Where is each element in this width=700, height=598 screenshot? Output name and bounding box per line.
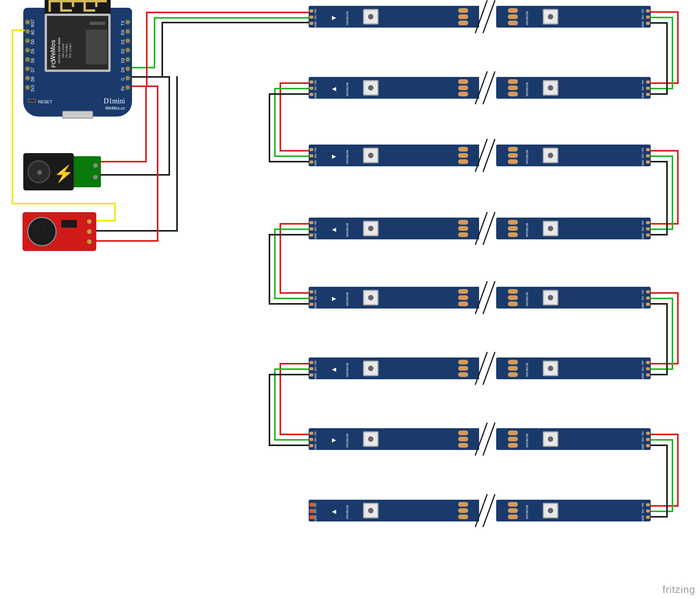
led-strip-7: WS2812BWS2812B+5V+5VDinDOGNDGND▶ [0,428,668,450]
wire-gnd-link-3 [269,234,270,305]
wire-5v-link-6 [651,434,677,435]
wire-gnd-link-4 [651,374,666,375]
led-strip-6: WS2812BWS2812B+5V+5VDODinGNDGND◀ [0,357,668,379]
wire-data-link-4 [672,298,673,370]
pin-d0: D0 [31,38,35,46]
mic-pin-vcc [87,239,92,244]
reset-button [28,99,36,103]
wire-data-link-1 [274,88,276,157]
wire-data-link-0 [672,17,673,89]
strip-type-label: WS2812B [525,289,529,306]
wire-data-link-5 [274,439,309,441]
wire-gnd-link-0 [666,22,668,95]
wire-mic-gnd [96,230,178,232]
strip-type-label: WS2812B [525,360,529,377]
wire-gnd-link-6 [651,516,666,518]
strip-type-label: WS2812B [346,431,349,448]
wire-5v-link-4 [651,292,677,294]
pin-rx: RX [121,29,125,37]
wire-5v-link-5 [280,434,309,435]
pin-a0: A0 [31,29,35,37]
data-direction-arrow: ◀ [332,508,336,514]
strip-type-label: WS2812B [346,8,349,25]
wire-5v-link-1 [280,82,281,152]
wire-data-link-5 [274,368,309,370]
wire-data-link-2 [672,155,673,230]
wire-data-d4-h [154,17,309,19]
wire-gnd-link-4 [651,303,666,305]
data-direction-arrow: ▶ [332,153,336,159]
pin-d7: D7 [31,66,35,74]
wire-5v-link-0 [677,11,679,84]
wire-gnd-link-5 [269,445,309,446]
wire-gnd-link-3 [269,234,309,235]
wire-5v-link-1 [280,82,309,84]
fritzing-attribution: fritzing [662,584,695,596]
wire-5v-link-3 [280,292,309,294]
strip-type-label: WS2812B [525,220,529,237]
wire-gnd-link-2 [651,161,666,162]
wire-power-vcc [100,161,147,162]
pin-d5: D5 [31,47,35,55]
wire-5v-link-6 [677,434,679,507]
chip-label: ESP-8266 [57,38,61,52]
wire-5v-link-1 [280,150,309,152]
wire-gnd-link-5 [269,374,270,446]
strip-type-label: WS2812B [346,220,349,237]
wire-data-link-3 [274,298,309,299]
ism-label: ISM 2.4GHz [61,25,65,76]
led-strip-2: WS2812BWS2812B+5V+5VDODinGNDGND◀ [0,77,668,99]
wire-data-link-1 [274,155,309,157]
wire-5v-link-3 [280,223,309,225]
led-strip-1: WS2812BWS2812B+5V+5VDinDOGNDGND▶ [0,6,668,28]
wire-gnd-h [162,22,309,23]
wemos-cc-label: WeMos.cc [105,106,125,110]
brand-label: WeMos [49,25,57,76]
data-direction-arrow: ◀ [332,366,336,372]
wire-gnd-link-6 [651,445,666,446]
lightning-icon: ⚡ [54,164,74,183]
wire-mic-out [96,220,116,221]
wire-5v-v [146,12,148,87]
strip-type-label: WS2812B [346,502,349,519]
wire-data-link-6 [672,439,673,512]
strip-type-label: WS2812B [525,502,529,519]
wire-data-link-5 [274,368,276,441]
data-direction-arrow: ◀ [332,85,336,92]
pin-d4: D4 [121,66,125,74]
wire-data-link-6 [651,439,672,441]
wire-gnd-link-1 [269,161,309,162]
pin-d1: D1 [121,38,125,46]
pin-d6: D6 [31,57,35,65]
pa-label: PA +25dBm [65,25,68,76]
wire-5v-link-4 [677,292,679,364]
reset-label: RESET [38,99,52,104]
wire-data-link-1 [274,88,309,89]
wire-mic-vcc [96,240,158,242]
wire-data-link-3 [274,228,309,230]
wire-5v-link-0 [651,11,677,13]
led-strip-3: WS2812BWS2812B+5V+5VDinDOGNDGND▶ [0,145,668,166]
wire-data-link-6 [651,511,672,512]
wire-5v-h [146,12,309,13]
strip-type-label: WS2812B [525,431,529,448]
wire-gnd-link-0 [651,22,666,24]
wire-data-link-4 [651,298,672,299]
wifi-label: 802.11b/g/n [68,25,72,76]
wire-gnd-link-2 [651,234,666,235]
wire-data-link-4 [651,368,672,370]
strip-type-label: WS2812B [525,8,529,25]
wire-gnd-v [162,23,163,78]
wire-gnd-link-2 [666,161,668,235]
wire-data-link-2 [651,155,672,157]
strip-type-label: WS2812B [525,147,529,164]
fcc-logo: FC [50,61,57,68]
wire-data-link-0 [651,88,672,89]
wire-data-link-3 [274,228,276,299]
model-label: MODEL [57,53,61,64]
strip-type-label: WS2812B [346,79,349,96]
wire-gnd-link-1 [269,93,309,95]
wire-5v-link-2 [677,150,679,225]
wire-gnd-link-6 [666,445,668,518]
wire-5v-link-2 [651,150,677,152]
